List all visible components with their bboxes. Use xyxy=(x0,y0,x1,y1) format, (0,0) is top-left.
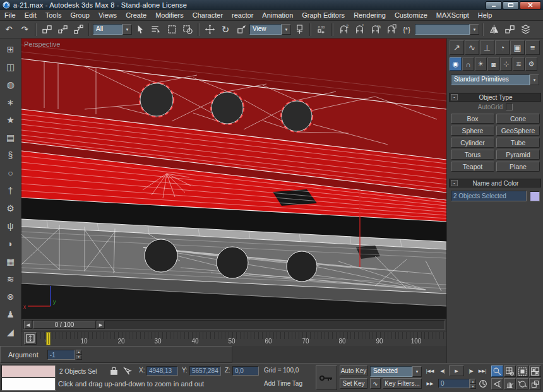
set-key-button[interactable]: Set Key xyxy=(340,378,367,389)
select-and-move-icon[interactable] xyxy=(202,22,217,37)
collapse-icon[interactable]: - xyxy=(451,180,458,186)
viewport-label[interactable]: Perspective xyxy=(24,40,60,48)
tab-capsule-icon[interactable]: ○ xyxy=(3,164,19,182)
chevron-down-icon[interactable]: ▼ xyxy=(412,366,422,377)
title-bar[interactable]: a-21.max - Autodesk 3ds Max 8 - Stand-al… xyxy=(0,0,543,10)
menu-animation[interactable]: Animation xyxy=(258,10,297,20)
select-and-rotate-icon[interactable]: ↻ xyxy=(218,22,233,37)
tab-sphere-icon[interactable]: ◍ xyxy=(3,76,19,93)
spinner-up-icon[interactable]: ▲ xyxy=(76,350,82,355)
minimize-button[interactable] xyxy=(486,1,502,9)
name-color-rollout-header[interactable]: - Name and Color xyxy=(449,179,541,187)
primitive-category-dropdown[interactable]: Standard Primitives ▼ xyxy=(451,74,539,85)
selection-lock-icon[interactable] xyxy=(109,365,120,377)
menu-rendering[interactable]: Rendering xyxy=(349,10,390,20)
pyramid-button[interactable]: Pyramid xyxy=(496,150,540,160)
tab-biped-icon[interactable]: ♟ xyxy=(3,306,19,323)
select-by-name-icon[interactable] xyxy=(148,22,164,37)
tab-modifiers-icon[interactable]: ◗ xyxy=(3,235,19,252)
object-type-rollout-header[interactable]: - Object Type xyxy=(449,93,541,102)
argument-spinner[interactable]: ▲ ▼ xyxy=(76,350,82,360)
arc-rotate-icon[interactable] xyxy=(516,378,528,389)
reference-coordinate-dropdown[interactable]: View ▼ xyxy=(249,24,291,35)
next-frame-icon[interactable]: |▶ xyxy=(465,366,477,376)
current-frame-field[interactable]: 0 xyxy=(438,379,470,388)
zoom-extents-icon[interactable] xyxy=(516,365,528,377)
menu-help[interactable]: Help xyxy=(474,10,497,20)
menu-tools[interactable]: Tools xyxy=(41,10,66,20)
window-crossing-icon[interactable] xyxy=(180,22,195,37)
unlink-icon[interactable] xyxy=(55,22,70,37)
category-helpers-icon[interactable]: ⊹ xyxy=(500,57,512,71)
category-lights-icon[interactable]: ☀ xyxy=(475,57,487,71)
current-frame-marker[interactable] xyxy=(46,332,51,345)
object-color-swatch[interactable] xyxy=(530,191,540,201)
maxscript-listener-field[interactable] xyxy=(1,377,56,391)
sphere-button[interactable]: Sphere xyxy=(451,126,494,136)
auto-key-button[interactable]: Auto Key xyxy=(340,365,367,376)
close-button[interactable] xyxy=(520,1,541,9)
select-and-scale-icon[interactable] xyxy=(234,22,249,37)
cylinder-button[interactable]: Cylinder xyxy=(451,138,494,148)
tab-bones-icon[interactable]: † xyxy=(3,182,19,199)
menu-file[interactable]: File xyxy=(0,10,20,20)
align-icon[interactable] xyxy=(502,22,517,37)
percent-snap-spinner-icon[interactable]: 0.00 xyxy=(314,22,329,37)
mirror-icon[interactable] xyxy=(486,22,501,37)
redo-icon[interactable]: ↷ xyxy=(17,22,32,37)
named-selection-dropdown[interactable]: ▼ xyxy=(415,24,479,35)
chevron-down-icon[interactable]: ▼ xyxy=(122,24,132,35)
z-coordinate-field[interactable]: 0,0 xyxy=(232,366,259,376)
time-back-arrow[interactable]: ◀ xyxy=(24,321,32,329)
undo-icon[interactable]: ↶ xyxy=(1,22,16,37)
tab-surface-icon[interactable]: ▦ xyxy=(3,252,19,270)
time-slider-groove[interactable]: ◀ 0 / 100 ▶ xyxy=(23,320,445,330)
bind-to-spacewarp-icon[interactable] xyxy=(71,22,86,37)
time-configuration-icon[interactable] xyxy=(478,379,489,389)
tab-knot-icon[interactable]: ⊗ xyxy=(3,288,19,306)
macro-recorder-field[interactable] xyxy=(1,365,56,377)
tab-compounds-icon[interactable]: ▤ xyxy=(3,129,19,146)
menu-customize[interactable]: Customize xyxy=(390,10,432,20)
add-time-tag[interactable]: Add Time Tag xyxy=(264,380,302,387)
go-to-end-icon[interactable]: ▶▶| xyxy=(477,366,488,376)
angle-snap-toggle-icon[interactable]: ° xyxy=(352,22,367,37)
zoom-all-icon[interactable] xyxy=(504,365,516,377)
time-slider-handle[interactable]: 0 / 100 xyxy=(33,321,96,329)
object-name-field[interactable]: 2 Objects Selected xyxy=(451,191,527,201)
tab-shapes-icon[interactable]: ◫ xyxy=(3,58,19,76)
cone-button[interactable]: Cone xyxy=(496,114,540,124)
zoom-icon[interactable] xyxy=(491,365,503,377)
torus-button[interactable]: Torus xyxy=(451,150,494,160)
chevron-down-icon[interactable]: ▼ xyxy=(470,24,479,35)
transform-type-in-icon[interactable] xyxy=(122,365,134,377)
go-to-start-icon[interactable]: |◀◀ xyxy=(424,366,436,376)
geosphere-button[interactable]: GeoSphere xyxy=(496,126,540,136)
time-forward-arrow[interactable]: ▶ xyxy=(97,321,105,329)
tab-create-icon[interactable]: ↗ xyxy=(450,40,464,55)
snaps-toggle-icon[interactable]: 2 xyxy=(336,22,351,37)
category-geometry-icon[interactable]: ◉ xyxy=(450,57,462,71)
named-selection-sets-icon[interactable]: {*} xyxy=(399,22,414,37)
frame-spinner[interactable]: ▲ ▼ xyxy=(470,379,476,389)
chevron-down-icon[interactable]: ▼ xyxy=(282,24,291,35)
key-filters-button[interactable]: Key Filters... xyxy=(383,378,422,389)
collapse-icon[interactable]: - xyxy=(451,94,458,100)
menu-views[interactable]: Views xyxy=(94,10,121,20)
min-max-toggle-icon[interactable] xyxy=(529,378,541,389)
tab-rendering-icon[interactable]: ◢ xyxy=(3,323,19,341)
autogrid-checkbox[interactable] xyxy=(506,104,513,110)
tab-motion-icon[interactable]: ◔ xyxy=(495,40,510,55)
zoom-extents-all-icon[interactable] xyxy=(529,365,541,377)
spinner-down-icon[interactable]: ▼ xyxy=(470,384,476,389)
tab-particles-icon[interactable]: ∗ xyxy=(3,93,19,111)
category-cameras-icon[interactable]: ◙ xyxy=(487,57,499,71)
category-shapes-icon[interactable]: ∩ xyxy=(462,57,474,71)
menu-maxscript[interactable]: MAXScript xyxy=(432,10,474,20)
mini-curve-editor-icon[interactable] xyxy=(24,332,37,345)
menu-group[interactable]: Group xyxy=(66,10,94,20)
layer-manager-icon[interactable] xyxy=(518,22,533,37)
viewport-canvas[interactable]: x y xyxy=(21,39,446,319)
spinner-down-icon[interactable]: ▼ xyxy=(76,355,82,360)
menu-reactor[interactable]: reactor xyxy=(227,10,258,20)
